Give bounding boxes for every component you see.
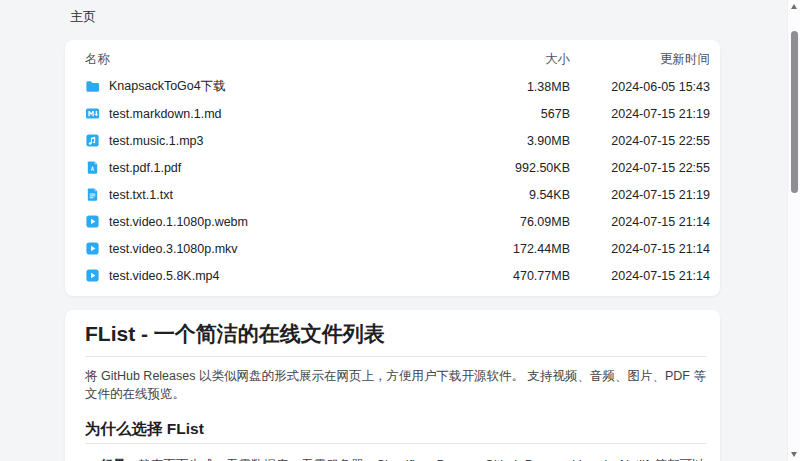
file-name-cell: test.video.3.1080p.mkv (85, 241, 460, 256)
file-modified: 2024-06-05 15:43 (570, 80, 710, 94)
table-row[interactable]: test.video.5.8K.mp4470.77MB2024-07-15 21… (65, 262, 720, 289)
folder-icon (85, 79, 100, 94)
file-name: test.music.1.mp3 (109, 134, 203, 148)
file-modified: 2024-07-15 21:19 (570, 188, 710, 202)
file-name: test.pdf.1.pdf (109, 161, 181, 175)
file-name-cell: test.markdown.1.md (85, 106, 460, 121)
breadcrumb-home-link[interactable]: 主页 (70, 8, 96, 26)
file-name-cell: test.video.5.8K.mp4 (85, 268, 460, 283)
file-name-cell: test.txt.1.txt (85, 187, 460, 202)
scrollbar-thumb[interactable] (791, 31, 798, 193)
readme-intro: 将 GitHub Releases 以类似网盘的形式展示在网页上，方便用户下载开… (85, 367, 706, 403)
readme-why-title: 为什么选择 FList (85, 419, 706, 444)
file-name: test.video.1.1080p.webm (109, 215, 248, 229)
file-modified: 2024-07-15 21:14 (570, 242, 710, 256)
list-item: 轻量：静态页面生成，无需数据库，无需服务器，Cloudflare Pages、G… (101, 456, 706, 461)
file-name-cell: test.music.1.mp3 (85, 133, 460, 148)
readme-title: FList - 一个简洁的在线文件列表 (85, 320, 706, 357)
scrollbar-track[interactable] (787, 0, 800, 461)
text-file-icon (85, 187, 100, 202)
file-name: test.video.5.8K.mp4 (109, 269, 219, 283)
file-name-cell: test.pdf.1.pdf (85, 160, 460, 175)
file-modified: 2024-07-15 21:14 (570, 215, 710, 229)
readme-card: FList - 一个简洁的在线文件列表 将 GitHub Releases 以类… (65, 310, 720, 461)
file-size: 1.38MB (460, 80, 570, 94)
video-file-icon (85, 268, 100, 283)
table-row[interactable]: test.music.1.mp33.90MB2024-07-15 22:55 (65, 127, 720, 154)
file-name-cell: test.video.1.1080p.webm (85, 214, 460, 229)
table-row[interactable]: KnapsackToGo4下载1.38MB2024-06-05 15:43 (65, 73, 720, 100)
column-header-modified: 更新时间 (570, 51, 710, 68)
file-modified: 2024-07-15 21:19 (570, 107, 710, 121)
scrollbar-down-arrow-icon[interactable] (791, 452, 797, 457)
scrollbar-up-arrow-icon[interactable] (791, 4, 797, 9)
file-list-card: 名称 大小 更新时间 KnapsackToGo4下载1.38MB2024-06-… (65, 40, 720, 296)
file-modified: 2024-07-15 22:55 (570, 134, 710, 148)
column-header-size: 大小 (460, 51, 570, 68)
file-name: test.markdown.1.md (109, 107, 222, 121)
video-file-icon (85, 214, 100, 229)
file-modified: 2024-07-15 22:55 (570, 161, 710, 175)
readme-feature-list: 轻量：静态页面生成，无需数据库，无需服务器，Cloudflare Pages、G… (85, 456, 706, 461)
table-row[interactable]: test.video.3.1080p.mkv172.44MB2024-07-15… (65, 235, 720, 262)
file-name: test.txt.1.txt (109, 188, 173, 202)
file-size: 76.09MB (460, 215, 570, 229)
file-size: 992.50KB (460, 161, 570, 175)
file-rows: KnapsackToGo4下载1.38MB2024-06-05 15:43tes… (65, 73, 720, 289)
file-size: 172.44MB (460, 242, 570, 256)
table-row[interactable]: test.markdown.1.md567B2024-07-15 21:19 (65, 100, 720, 127)
video-file-icon (85, 241, 100, 256)
table-row[interactable]: test.video.1.1080p.webm76.09MB2024-07-15… (65, 208, 720, 235)
file-name-cell: KnapsackToGo4下载 (85, 78, 460, 95)
table-row[interactable]: test.txt.1.txt9.54KB2024-07-15 21:19 (65, 181, 720, 208)
file-size: 567B (460, 107, 570, 121)
markdown-file-icon (85, 106, 100, 121)
music-file-icon (85, 133, 100, 148)
file-name: KnapsackToGo4下载 (109, 78, 226, 95)
file-size: 9.54KB (460, 188, 570, 202)
column-header-name: 名称 (85, 51, 460, 68)
file-size: 470.77MB (460, 269, 570, 283)
pdf-file-icon (85, 160, 100, 175)
file-size: 3.90MB (460, 134, 570, 148)
table-row[interactable]: test.pdf.1.pdf992.50KB2024-07-15 22:55 (65, 154, 720, 181)
file-modified: 2024-07-15 21:14 (570, 269, 710, 283)
file-table-header: 名称 大小 更新时间 (65, 45, 720, 73)
file-name: test.video.3.1080p.mkv (109, 242, 238, 256)
